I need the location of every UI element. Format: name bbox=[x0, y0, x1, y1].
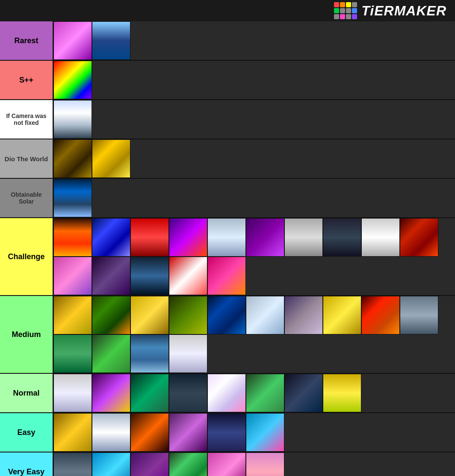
tier-label-very-easy: Very Easy bbox=[0, 452, 53, 476]
list-item[interactable] bbox=[53, 296, 92, 334]
tier-items-obtainable bbox=[53, 179, 455, 217]
list-item[interactable] bbox=[53, 374, 92, 412]
list-item[interactable] bbox=[284, 374, 323, 412]
list-item[interactable] bbox=[323, 296, 361, 334]
logo-cell bbox=[346, 8, 351, 13]
list-item[interactable] bbox=[246, 452, 284, 476]
tier-items-rarest bbox=[53, 21, 455, 60]
tier-row-challenge: Challenge bbox=[0, 218, 455, 296]
list-item[interactable] bbox=[92, 452, 130, 476]
list-item[interactable] bbox=[130, 334, 169, 373]
tier-label-challenge: Challenge bbox=[0, 218, 53, 295]
list-item[interactable] bbox=[130, 374, 169, 412]
list-item[interactable] bbox=[53, 139, 92, 178]
list-item[interactable] bbox=[207, 296, 246, 334]
list-item[interactable] bbox=[53, 452, 92, 476]
list-item[interactable] bbox=[246, 374, 284, 412]
logo-cell bbox=[352, 8, 357, 13]
logo-cell bbox=[352, 2, 357, 7]
list-item[interactable] bbox=[246, 218, 284, 257]
list-item[interactable] bbox=[92, 257, 130, 295]
list-item[interactable] bbox=[169, 257, 207, 295]
tier-items-medium bbox=[53, 296, 455, 373]
logo-cell bbox=[340, 14, 345, 19]
list-item[interactable] bbox=[169, 413, 207, 452]
list-item[interactable] bbox=[169, 452, 207, 476]
list-item[interactable] bbox=[323, 374, 361, 412]
list-item[interactable] bbox=[92, 139, 130, 178]
list-item[interactable] bbox=[53, 257, 92, 295]
list-item[interactable] bbox=[92, 21, 130, 60]
tier-label-medium: Medium bbox=[0, 296, 53, 373]
list-item[interactable] bbox=[400, 218, 438, 257]
tier-items-easy bbox=[53, 413, 455, 452]
tier-row-rarest: Rarest bbox=[0, 21, 455, 61]
list-item[interactable] bbox=[207, 413, 246, 452]
list-item[interactable] bbox=[284, 296, 323, 334]
tier-table: Rarest S++ If Camera was not fixed Dio T… bbox=[0, 21, 455, 476]
logo-cell bbox=[334, 14, 339, 19]
tier-row-very-easy: Very Easy bbox=[0, 452, 455, 476]
tier-items-dio bbox=[53, 139, 455, 178]
tier-items-very-easy bbox=[53, 452, 455, 476]
list-item[interactable] bbox=[53, 334, 92, 373]
tier-row-dio: Dio The World bbox=[0, 139, 455, 179]
list-item[interactable] bbox=[169, 374, 207, 412]
tier-items-spp bbox=[53, 61, 455, 99]
tier-row-easy: Easy bbox=[0, 413, 455, 452]
list-item[interactable] bbox=[246, 413, 284, 452]
tier-row-medium: Medium bbox=[0, 296, 455, 374]
list-item[interactable] bbox=[361, 296, 400, 334]
list-item[interactable] bbox=[361, 218, 400, 257]
logo-cell bbox=[346, 2, 351, 7]
list-item[interactable] bbox=[323, 218, 361, 257]
list-item[interactable] bbox=[400, 296, 438, 334]
tiermaker-text: TiERMAKER bbox=[361, 3, 446, 19]
tier-row-normal: Normal bbox=[0, 374, 455, 413]
list-item[interactable] bbox=[92, 374, 130, 412]
list-item[interactable] bbox=[92, 218, 130, 257]
tier-label-dio: Dio The World bbox=[0, 139, 53, 178]
tier-label-rarest: Rarest bbox=[0, 21, 53, 60]
list-item[interactable] bbox=[130, 296, 169, 334]
header: TiERMAKER bbox=[0, 0, 455, 21]
tier-label-normal: Normal bbox=[0, 374, 53, 412]
tier-items-camera bbox=[53, 100, 455, 139]
logo-cell bbox=[346, 14, 351, 19]
tier-label-camera: If Camera was not fixed bbox=[0, 100, 53, 139]
list-item[interactable] bbox=[53, 413, 92, 452]
list-item[interactable] bbox=[92, 334, 130, 373]
list-item[interactable] bbox=[169, 296, 207, 334]
list-item[interactable] bbox=[169, 334, 207, 373]
tier-row-obtainable: Obtainable Solar bbox=[0, 179, 455, 218]
list-item[interactable] bbox=[53, 21, 92, 60]
tier-label-spp: S++ bbox=[0, 61, 53, 99]
list-item[interactable] bbox=[53, 179, 92, 217]
list-item[interactable] bbox=[207, 452, 246, 476]
list-item[interactable] bbox=[92, 413, 130, 452]
tier-items-challenge bbox=[53, 218, 455, 295]
tier-row-camera: If Camera was not fixed bbox=[0, 100, 455, 139]
list-item[interactable] bbox=[130, 452, 169, 476]
list-item[interactable] bbox=[92, 296, 130, 334]
logo-cell bbox=[340, 2, 345, 7]
list-item[interactable] bbox=[207, 218, 246, 257]
list-item[interactable] bbox=[284, 218, 323, 257]
logo-grid-icon bbox=[334, 2, 357, 19]
list-item[interactable] bbox=[169, 218, 207, 257]
logo-cell bbox=[334, 2, 339, 7]
logo-cell bbox=[340, 8, 345, 13]
list-item[interactable] bbox=[130, 257, 169, 295]
tier-label-easy: Easy bbox=[0, 413, 53, 452]
logo-cell bbox=[352, 14, 357, 19]
list-item[interactable] bbox=[53, 218, 92, 257]
tier-label-obtainable: Obtainable Solar bbox=[0, 179, 53, 217]
list-item[interactable] bbox=[130, 413, 169, 452]
list-item[interactable] bbox=[130, 218, 169, 257]
list-item[interactable] bbox=[207, 257, 246, 295]
list-item[interactable] bbox=[53, 61, 92, 99]
list-item[interactable] bbox=[207, 374, 246, 412]
list-item[interactable] bbox=[53, 100, 92, 139]
list-item[interactable] bbox=[246, 296, 284, 334]
tier-row-spp: S++ bbox=[0, 61, 455, 100]
